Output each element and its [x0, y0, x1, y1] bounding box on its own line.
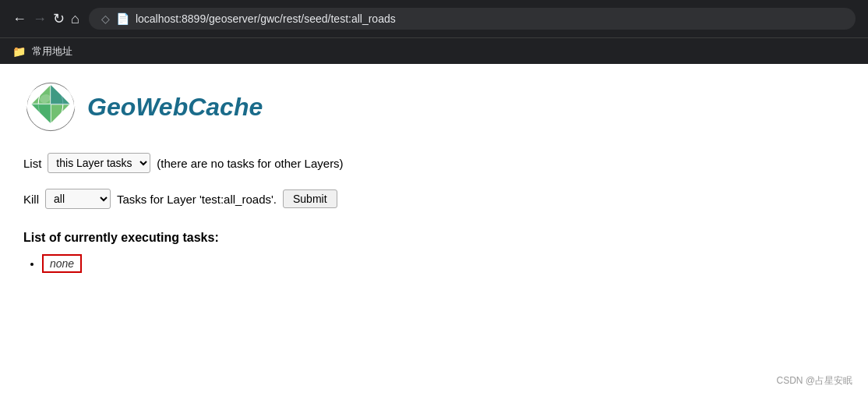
list-label: List [23, 157, 41, 170]
kill-dropdown[interactable]: all running pending [45, 189, 111, 209]
none-value: none [42, 254, 82, 273]
bookmarks-bar: 📁 常用地址 [0, 37, 868, 64]
bookmark-label[interactable]: 常用地址 [32, 44, 72, 58]
kill-task-label: Tasks for Layer 'test:all_roads'. [117, 193, 277, 206]
list-item: none [42, 254, 845, 273]
page-content: GeoWebCache List this Layer tasks all ta… [0, 64, 868, 400]
shield-icon: ◇ [101, 12, 110, 25]
submit-button[interactable]: Submit [283, 189, 337, 208]
home-button[interactable]: ⌂ [71, 12, 79, 26]
browser-chrome: ← → ↻ ⌂ ◇ 📄 localhost:8899/geoserver/gwc… [0, 0, 868, 37]
reload-button[interactable]: ↻ [53, 12, 65, 26]
task-section-title: List of currently executing tasks: [23, 231, 845, 245]
task-section: List of currently executing tasks: none [23, 231, 845, 273]
watermark: CSDN @占星安眠 [776, 374, 852, 388]
geowebcache-logo [23, 80, 78, 134]
back-button[interactable]: ← [12, 12, 26, 26]
task-list: none [23, 254, 845, 273]
kill-controls-row: Kill all running pending Tasks for Layer… [23, 189, 845, 209]
logo-text: GeoWebCache [87, 93, 263, 122]
kill-label: Kill [23, 193, 39, 206]
bookmark-folder-icon: 📁 [12, 45, 26, 58]
nav-buttons: ← → ↻ ⌂ [12, 12, 79, 26]
forward-button[interactable]: → [33, 12, 47, 26]
address-bar[interactable]: ◇ 📄 localhost:8899/geoserver/gwc/rest/se… [89, 8, 856, 30]
page-icon: 📄 [116, 12, 129, 25]
url-text: localhost:8899/geoserver/gwc/rest/seed/t… [136, 12, 396, 25]
list-dropdown[interactable]: this Layer tasks all tasks [48, 153, 150, 173]
logo-area: GeoWebCache [23, 80, 845, 134]
list-note: (there are no tasks for other Layers) [157, 157, 343, 170]
list-controls-row: List this Layer tasks all tasks (there a… [23, 153, 845, 173]
